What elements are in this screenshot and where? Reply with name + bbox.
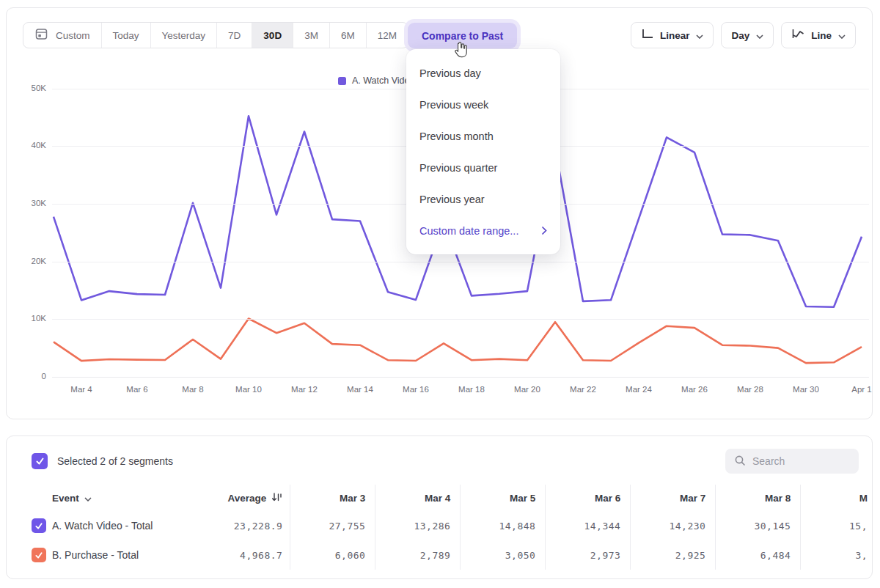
menu-item-previous-day[interactable]: Previous day [406,57,560,89]
cell-value: 27,755 [329,521,365,532]
y-axis-label: 0 [17,372,46,381]
event-header-label: Event [52,493,92,504]
x-axis-label: Mar 8 [169,385,216,394]
compare-to-past-menu: Previous dayPrevious weekPrevious monthP… [406,49,560,254]
axes-icon [641,29,653,42]
date-header-label: Mar 5 [510,493,535,504]
x-axis-label: Mar 6 [114,385,161,394]
date-range-custom[interactable]: Custom [23,23,102,48]
chevron-down-icon [84,493,92,504]
date-range-yesterday[interactable]: Yesterday [151,23,218,48]
x-axis-label: Mar 18 [448,385,495,394]
menu-item-label: Custom date range... [419,225,518,237]
cell-value: 13,286 [414,521,450,532]
date-header-label: Mar 6 [595,493,620,504]
date-range-12m[interactable]: 12M [367,23,408,48]
gridline-0 [52,377,869,378]
x-axis-label: Mar 28 [727,385,774,394]
menu-item-label: Previous week [419,99,488,111]
granularity-label: Day [731,30,749,41]
chart-type-dropdown-button[interactable]: Line [781,22,856,48]
column-header-event[interactable]: Event [7,485,202,511]
granularity-dropdown-button[interactable]: Day [721,22,774,48]
value-cell: 27,755 [290,511,375,540]
value-cell: 3,050 [461,540,546,570]
column-header-m[interactable]: M [801,485,873,511]
date-range-6m[interactable]: 6M [330,23,367,48]
menu-item-label: Previous year [419,194,485,205]
chevron-down-icon [756,30,763,41]
date-range-today[interactable]: Today [102,23,151,48]
average-value: 4,968.7 [240,550,282,561]
value-cell: 15, [801,511,873,540]
column-header-mar-5[interactable]: Mar 5 [461,485,546,511]
menu-item-label: Previous day [419,67,481,79]
menu-item-previous-week[interactable]: Previous week [406,89,560,120]
y-axis-label: 20K [17,257,46,265]
y-axis-label: 50K [17,84,46,92]
scale-dropdown-button[interactable]: Linear [631,22,714,48]
value-cell: 14,344 [546,511,631,540]
value-cell: 30,145 [716,511,801,540]
select-all-checkbox[interactable] [32,453,48,469]
search-input[interactable]: Search [725,449,859,474]
date-header-label: Mar 8 [765,493,791,504]
legend-item: A. Watch Video [338,76,414,86]
segments-summary: Selected 2 of 2 segments [32,453,173,469]
x-axis-label: Mar 14 [337,385,384,394]
date-header-label: M [859,493,868,504]
chevron-down-icon [696,30,703,41]
x-axis-label: Mar 12 [281,385,328,394]
series-line-b-purchase [54,319,862,364]
menu-item-previous-month[interactable]: Previous month [406,120,560,152]
column-header-mar-6[interactable]: Mar 6 [546,485,631,511]
cell-value: 3, [855,550,868,561]
value-cell: 3, [801,540,873,570]
chart-tools: Linear Day Line [631,22,856,48]
segment-checkbox[interactable] [32,548,46,562]
date-range-label: Yesterday [162,30,206,41]
x-axis-label: Mar 24 [615,385,662,394]
column-header-mar-3[interactable]: Mar 3 [290,485,375,511]
value-cell: 6,484 [716,540,801,570]
line-chart-icon [791,29,804,42]
segments-summary-label: Selected 2 of 2 segments [57,455,173,467]
column-header-average[interactable]: Average [202,485,290,511]
cell-value: 2,973 [590,550,621,561]
column-header-mar-7[interactable]: Mar 7 [631,485,716,511]
menu-item-previous-quarter[interactable]: Previous quarter [406,152,560,183]
cell-value: 14,848 [499,521,535,532]
date-range-label: 6M [341,30,355,41]
menu-item-previous-year[interactable]: Previous year [406,183,560,215]
scale-label: Linear [660,30,690,41]
date-range-label: 12M [378,30,397,41]
segment-checkbox[interactable] [32,518,46,533]
legend-label: A. Watch Video [352,76,414,86]
column-header-mar-4[interactable]: Mar 4 [375,485,461,511]
date-range-30d[interactable]: 30D [252,23,293,48]
x-axis-label: Mar 10 [225,385,272,394]
event-cell: A. Watch Video - Total [7,511,202,540]
average-header-text: Average [228,493,267,504]
date-range-7d[interactable]: 7D [217,23,252,48]
x-axis-label: Apr 1 [838,385,880,394]
segment-label: B. Purchase - Total [52,549,139,561]
compare-to-past-button[interactable]: Compare to Past [408,23,517,48]
date-range-3m[interactable]: 3M [293,23,330,48]
date-range-segmented-control: CustomTodayYesterday7D30D3M6M12M [23,22,408,48]
cell-value: 2,925 [675,550,706,561]
x-axis-label: Mar 16 [392,385,439,394]
value-cell: 2,925 [631,540,716,570]
sort-descending-icon [271,492,282,504]
gridline-20K [52,262,869,262]
cell-value: 3,050 [505,550,536,561]
value-cell: 6,060 [290,540,375,570]
table-row: B. Purchase - Total4,968.76,0602,7893,05… [7,540,873,570]
menu-item-label: Previous month [419,131,494,142]
legend-swatch [338,77,346,85]
column-header-mar-8[interactable]: Mar 8 [716,485,801,511]
event-cell: B. Purchase - Total [7,540,202,570]
cell-value: 30,145 [754,521,791,532]
menu-item-custom-date-range[interactable]: Custom date range... [406,215,560,246]
segments-panel: Selected 2 of 2 segments Search EventAve… [6,436,873,579]
